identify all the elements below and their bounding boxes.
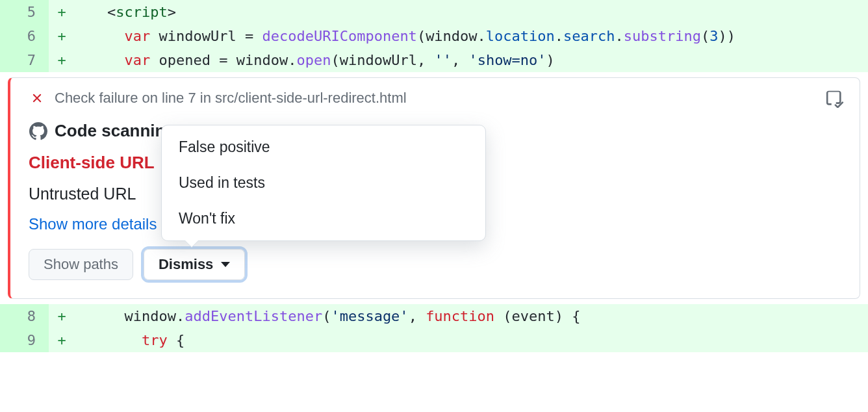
diff-sign: + bbox=[49, 304, 75, 328]
dropdown-item-false-positive[interactable]: False positive bbox=[162, 129, 485, 165]
dismiss-button[interactable]: Dismiss bbox=[144, 249, 245, 280]
show-paths-button[interactable]: Show paths bbox=[29, 249, 133, 280]
code-line: 6 + var windowUrl = decodeURIComponent(w… bbox=[0, 24, 868, 48]
diff-sign: + bbox=[49, 48, 75, 72]
diff-table: 5 + <script> 6 + var windowUrl = decodeU… bbox=[0, 0, 868, 352]
code-content[interactable]: var windowUrl = decodeURIComponent(windo… bbox=[75, 24, 868, 48]
dismiss-dropdown: False positive Used in tests Won't fix bbox=[161, 125, 486, 241]
line-number[interactable]: 8 bbox=[0, 304, 49, 328]
annotation-row: Check failure on line 7 in src/client-si… bbox=[0, 72, 868, 304]
line-number[interactable]: 7 bbox=[0, 48, 49, 72]
code-content[interactable]: window.addEventListener('message', funct… bbox=[75, 304, 868, 328]
code-line: 5 + <script> bbox=[0, 0, 868, 24]
x-icon bbox=[29, 90, 45, 107]
code-line: 7 + var opened = window.open(windowUrl, … bbox=[0, 48, 868, 72]
scanning-label-text: Code scanning bbox=[55, 121, 175, 141]
code-content[interactable]: <script> bbox=[75, 0, 868, 24]
annotation-header: Check failure on line 7 in src/client-si… bbox=[29, 90, 841, 107]
line-number[interactable]: 9 bbox=[0, 328, 49, 352]
code-content[interactable]: try { bbox=[75, 328, 868, 352]
dropdown-item-used-in-tests[interactable]: Used in tests bbox=[162, 165, 485, 201]
tasklist-icon[interactable] bbox=[824, 88, 845, 109]
check-annotation: Check failure on line 7 in src/client-si… bbox=[8, 77, 860, 299]
dismiss-label: Dismiss bbox=[159, 256, 213, 273]
caret-down-icon bbox=[221, 262, 230, 267]
line-number[interactable]: 5 bbox=[0, 0, 49, 24]
github-icon bbox=[29, 122, 48, 141]
button-row: Show paths Dismiss False positive Used i… bbox=[29, 249, 841, 280]
diff-sign: + bbox=[49, 24, 75, 48]
line-number[interactable]: 6 bbox=[0, 24, 49, 48]
code-line: 8 + window.addEventListener('message', f… bbox=[0, 304, 868, 328]
code-content[interactable]: var opened = window.open(windowUrl, '', … bbox=[75, 48, 868, 72]
annotation-title: Check failure on line 7 in src/client-si… bbox=[55, 90, 407, 107]
diff-sign: + bbox=[49, 328, 75, 352]
dropdown-item-wont-fix[interactable]: Won't fix bbox=[162, 201, 485, 237]
code-line: 9 + try { bbox=[0, 328, 868, 352]
diff-sign: + bbox=[49, 0, 75, 24]
